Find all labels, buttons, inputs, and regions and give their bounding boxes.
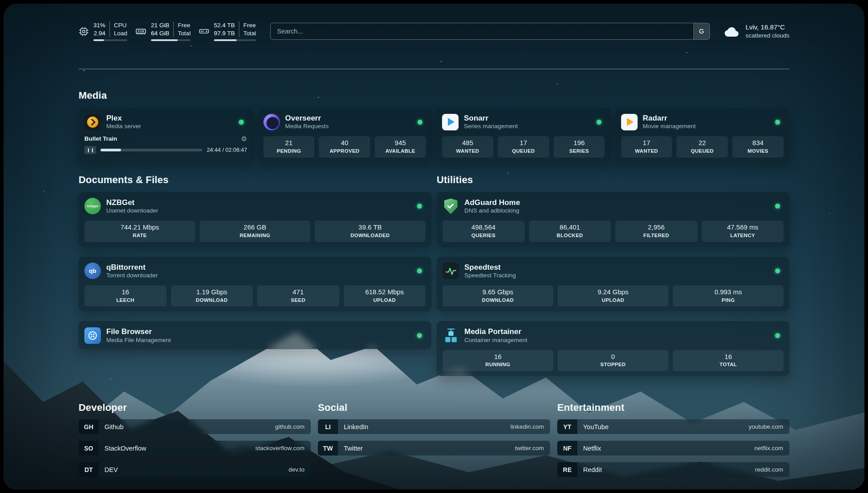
bookmark-github[interactable]: GH Github github.com [79,419,311,434]
ram-stat-body: 21 GiB 64 GiB Free Total [151,21,191,41]
bookmark-url: twitter.com [515,441,550,455]
stat-queries: 498,564QUERIES [442,221,525,242]
section-entertainment: Entertainment YT YouTube youtube.com NF … [557,402,789,477]
cloud-icon [723,25,740,38]
bookmark-abbr: LI [318,419,338,434]
bookmark-stackoverflow[interactable]: SO StackOverflow stackoverflow.com [79,441,311,455]
app-description: Container management [464,337,527,344]
stat-approved: 40APPROVED [319,136,370,158]
app-card-speedtest[interactable]: Speedtest Speedtest Tracking 9.65 GbpsDO… [437,257,789,312]
adguard-icon [442,198,459,214]
bookmark-netflix[interactable]: NF Netflix netflix.com [557,441,789,455]
bookmark-twitter[interactable]: TW Twitter twitter.com [318,441,550,455]
cpu-percent: 31% [93,21,105,29]
stat-leech: 16LEECH [84,285,167,307]
dashboard-screen: 31% 2.94 CPU Load [4,4,864,489]
app-card-adguard[interactable]: AdGuard Home DNS and adblocking 498,564Q… [437,192,789,247]
app-name: AdGuard Home [464,198,520,207]
bookmark-name: Reddit [577,462,602,477]
app-card-portainer[interactable]: Media Portainer Container management 16R… [437,321,789,376]
app-card-plex[interactable]: Plex Media server Bullet Train ⚙ 24:44 /… [79,108,253,163]
crane-containers-icon [443,328,459,343]
bookmark-youtube[interactable]: YT YouTube youtube.com [557,419,789,434]
stat-rate: 744.21 MbpsRATE [84,221,195,242]
app-card-filebrowser[interactable]: File Browser Media File Management [79,321,431,349]
stat-remaining: 266 GBREMAINING [200,221,310,242]
bookmark-reddit[interactable]: RE Reddit reddit.com [557,462,789,477]
cpu-load-value: 2.94 [94,29,105,38]
app-description: Media Requests [285,123,329,130]
stat-running: 16RUNNING [442,350,553,372]
qbittorrent-icon-label: qb [89,267,96,274]
sonarr-icon [442,114,459,130]
stat-filtered: 2,956FILTERED [615,221,697,242]
dashboard-content: 31% 2.94 CPU Load [4,4,864,477]
disk-total-value: 97.9 TB [214,29,235,38]
cpu-progress-bar [93,39,127,41]
app-card-qbittorrent[interactable]: qb qBittorrent Torrent downloader 16LEEC… [79,257,431,312]
stat-total: 16TOTAL [673,350,784,372]
app-description: Series management [464,123,518,130]
disk-progress-bar [214,39,256,41]
cpu-icon [79,26,89,37]
app-card-sonarr[interactable]: Sonarr Series management 485WANTED 17QUE… [436,108,611,163]
bookmark-name: Github [99,419,124,434]
status-dot-online [775,120,780,125]
cpu-stat-body: 31% 2.94 CPU Load [93,21,127,41]
app-card-overseerr[interactable]: Overseerr Media Requests 21PENDING 40APP… [258,108,432,163]
app-description: Movie management [643,123,696,130]
search-engine-button[interactable]: G [693,23,709,39]
ram-total-label: Total [178,29,191,38]
disk-free-value: 52.4 TB [214,21,235,29]
status-dot-online [417,204,422,209]
bookmark-abbr: DT [79,462,99,477]
stat-download: 1.19 GbpsDOWNLOAD [171,285,253,307]
app-name: Sonarr [464,113,518,123]
app-card-nzbget[interactable]: nzbget NZBGet Usenet downloader 744.21 M… [79,192,431,247]
section-social: Social LI LinkedIn linkedin.com TW Twitt… [318,402,550,477]
social-section-title: Social [318,402,550,414]
playback-time: 24:44 / 02:06:47 [207,147,247,153]
app-name: qBittorrent [106,263,158,272]
bookmark-name: Netflix [577,441,601,455]
bookmark-abbr: GH [79,419,99,434]
search-input[interactable] [271,23,693,39]
app-description: Usenet downloader [106,207,158,215]
weather-location: Lviv, 16.87°C [746,23,789,32]
gear-icon[interactable]: ⚙ [241,135,247,142]
bookmark-url: linkedin.com [510,419,550,434]
filebrowser-icon [84,327,101,344]
status-dot-online [417,120,422,125]
bookmark-name: LinkedIn [338,419,368,434]
developer-section-title: Developer [79,402,311,414]
playback-progress-bar[interactable] [100,149,202,151]
status-dot-online [417,268,422,273]
weather-widget: Lviv, 16.87°C scattered clouds [723,23,789,40]
search-bar: G [270,23,709,40]
section-utilities: Utilities AdGuard Home DNS and adblockin… [437,174,789,376]
status-dot-online [597,120,601,125]
stat-queued: 22QUEUED [676,136,728,158]
app-name: NZBGet [106,198,158,207]
status-dot-online [417,333,422,338]
app-card-radarr[interactable]: Radarr Movie management 17WANTED 22QUEUE… [615,108,790,163]
now-playing-title: Bullet Train [84,135,117,142]
bookmark-linkedin[interactable]: LI LinkedIn linkedin.com [318,419,550,434]
app-description: Torrent downloader [106,272,158,280]
bookmark-abbr: TW [318,441,338,455]
status-dot-online [775,333,780,338]
stat-pending: 21PENDING [263,136,315,158]
stat-seed: 471SEED [257,285,339,307]
pause-button[interactable] [84,146,96,154]
cpu-widget: 31% 2.94 CPU Load [79,21,127,41]
stat-available: 945AVAILABLE [375,136,426,158]
app-description: Media server [106,123,141,130]
stat-upload: 618.52 MbpsUPLOAD [344,285,426,307]
status-dot-online [775,204,780,209]
media-section-title: Media [79,90,789,101]
bookmark-dev[interactable]: DT DEV dev.to [79,462,311,477]
bookmark-url: reddit.com [755,462,789,477]
bookmark-abbr: NF [557,441,577,455]
disk-stat-body: 52.4 TB 97.9 TB Free Total [214,21,256,41]
ram-progress-bar [151,39,191,41]
